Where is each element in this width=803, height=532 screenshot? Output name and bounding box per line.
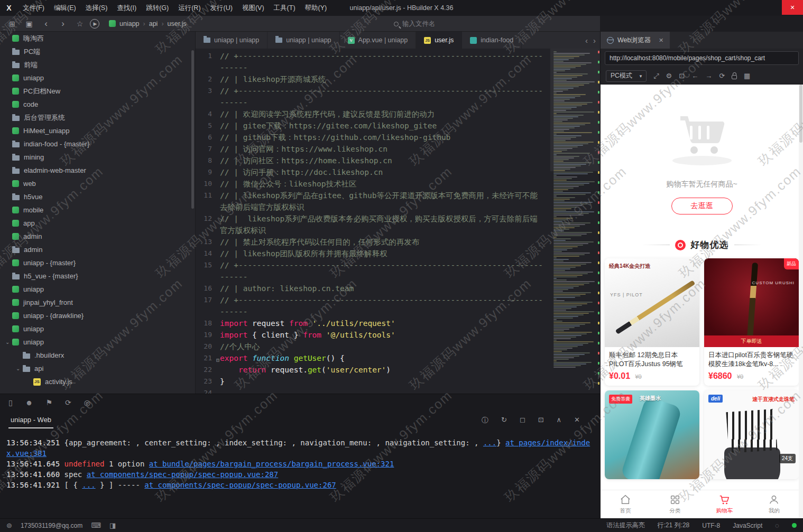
open-external-icon[interactable]: ⤢ (653, 72, 659, 80)
restart-icon[interactable]: ↻ (501, 416, 507, 425)
tree-item[interactable]: uniapp (0, 322, 195, 335)
collapse-icon[interactable]: ∧ (557, 416, 562, 425)
go-browse-button[interactable]: 去逛逛 (671, 198, 733, 214)
tree-item[interactable]: app (0, 217, 195, 230)
editor-tab[interactable]: uniapp | uniapp (196, 32, 267, 49)
console-source-link[interactable]: at bundle/pages/bargain_process/bargain_… (149, 460, 394, 468)
product-card[interactable]: deli 速干直液式走珠笔 24支 (704, 390, 799, 479)
console-source-link[interactable]: ... (82, 481, 95, 489)
tab-home[interactable]: 首页 (601, 490, 650, 518)
syntax-hint[interactable]: 语法提示高亮 (607, 521, 645, 530)
tree-item[interactable]: .hbuilderx (0, 349, 195, 362)
menu-item[interactable]: 编辑(E) (49, 0, 81, 16)
close-icon[interactable]: ✕ (574, 416, 580, 425)
tree-item[interactable]: JSactivity.js (0, 375, 195, 388)
console-source-link[interactable]: at components/spec-popup/spec-popup.vue:… (144, 481, 336, 489)
tab-scroll-right-icon[interactable]: › (593, 36, 596, 45)
close-icon[interactable]: ✕ (659, 37, 663, 44)
file-encoding[interactable]: UTF-8 (702, 522, 720, 529)
product-card[interactable]: 经典14K金尖打造 YFS | PILOT 顺丰包邮 12期免息日本PILOT百… (605, 258, 699, 386)
cursor-position[interactable]: 行:21 列:28 (658, 521, 690, 530)
minimap[interactable] (550, 49, 600, 394)
product-card[interactable]: 新品 CUSTOM URUSHI 下单即送 日本进口pilot百乐贵客钢笔硬模胶… (704, 258, 799, 386)
editor-tab[interactable]: V App.vue | uniapp (340, 32, 417, 49)
tree-item[interactable]: ⌄api (0, 362, 195, 375)
device-icon[interactable]: ▯ (8, 398, 13, 407)
keyboard-icon[interactable]: ⌨ (91, 521, 101, 529)
browser-scrollbar[interactable] (799, 85, 803, 518)
screenshot-icon[interactable]: ⊡ (679, 72, 685, 80)
breadcrumb-project[interactable]: uniapp (119, 20, 140, 27)
menu-item[interactable]: 发行(U) (206, 0, 237, 16)
menu-item[interactable]: 选择(S) (81, 0, 113, 16)
tab-cart[interactable]: 购物车 (700, 490, 750, 518)
tree-item[interactable]: PC归档New (0, 85, 195, 98)
sidebar-scrollbar[interactable] (191, 50, 194, 209)
code-editor[interactable]: 1// +-----------------------------------… (196, 49, 600, 394)
tree-item[interactable]: ⌄uniapp (0, 335, 195, 349)
tree-item[interactable]: jinpai_yhyl_front (0, 296, 195, 309)
tab-category[interactable]: 分类 (650, 490, 700, 518)
tab-mine[interactable]: 我的 (749, 490, 799, 518)
tree-item[interactable]: admin (0, 230, 195, 243)
run-icon[interactable]: ▶ (90, 19, 99, 29)
menu-item[interactable]: 查找(I) (112, 0, 141, 16)
editor-tab[interactable]: indian-food (462, 32, 522, 49)
tree-item[interactable]: h5vue (0, 190, 195, 203)
tree-item[interactable]: admin (0, 243, 195, 256)
editor-tab[interactable]: uniapp | uniapp (267, 32, 339, 49)
gear-icon[interactable]: ⚙ (666, 72, 672, 80)
refresh-icon[interactable]: ⟳ (65, 398, 71, 407)
tree-item[interactable]: uniapp (0, 283, 195, 296)
tree-item[interactable]: 后台管理系统 (0, 111, 195, 124)
breadcrumb-folder[interactable]: api (149, 20, 158, 27)
file-language[interactable]: JavaScript (733, 522, 762, 529)
menu-item[interactable]: 运行(R) (173, 0, 205, 16)
breadcrumb-file[interactable]: user.js (168, 20, 187, 27)
forward-icon[interactable]: → (705, 72, 712, 80)
url-input[interactable] (605, 51, 799, 65)
menu-item[interactable]: 工具(T) (269, 0, 300, 16)
lock-icon[interactable] (732, 75, 737, 79)
back-icon[interactable]: ← (691, 72, 698, 80)
tree-item[interactable]: 嗨淘西 (0, 32, 195, 45)
console-source-link[interactable]: at components/spec-popup/spec-popup.vue:… (87, 470, 278, 479)
tree-item[interactable]: HiMeet_uniapp (0, 124, 195, 137)
search-input[interactable] (402, 20, 466, 27)
tree-item[interactable]: h5_vue - {master} (0, 269, 195, 283)
forward-icon[interactable]: › (56, 18, 70, 29)
grid-icon[interactable]: ▦ (744, 72, 750, 80)
tree-item[interactable]: code (0, 98, 195, 111)
account-email[interactable]: 1735031199@qq.com (21, 522, 82, 529)
menu-item[interactable]: 跳转(G) (141, 0, 173, 16)
notification-icon[interactable]: ◌ (775, 521, 779, 529)
save-icon[interactable]: ▣ (22, 20, 36, 28)
menu-item[interactable]: 视图(V) (237, 0, 269, 16)
tree-item[interactable]: eladmin-web-master (0, 164, 195, 177)
stop-icon[interactable]: ◻ (520, 416, 525, 425)
tree-item[interactable]: uniapp - {drawkline} (0, 309, 195, 322)
menu-item[interactable]: 文件(F) (18, 0, 49, 16)
emulator-icon[interactable]: ☻ (25, 398, 33, 407)
tree-item[interactable]: mining (0, 151, 195, 164)
editor-tab-active[interactable]: JS user.js (416, 32, 462, 49)
tree-item[interactable]: mobile (0, 203, 195, 217)
back-icon[interactable]: ‹ (39, 18, 53, 29)
browser-tab[interactable]: Web浏览器 ✕ (601, 32, 670, 49)
window-close-button[interactable]: ✕ (782, 0, 803, 15)
product-card[interactable]: 免费墨囊 英雄墨水 (605, 390, 699, 479)
tree-item[interactable]: uniapp (0, 71, 195, 85)
bookmark-star-icon[interactable]: ☆ (73, 20, 87, 28)
info-icon[interactable]: ⓘ (482, 416, 488, 425)
tree-item[interactable]: indian-food - {master} (0, 137, 195, 151)
tree-item[interactable]: PC端 (0, 45, 195, 58)
tab-scroll-left-icon[interactable]: ‹ (585, 36, 588, 45)
device-mode-select[interactable]: PC模式 ▾ (606, 70, 647, 82)
layout-icon[interactable]: ◨ (109, 521, 116, 529)
new-file-icon[interactable]: ⊞ (5, 20, 19, 28)
tree-item[interactable]: uniapp - {master} (0, 256, 195, 269)
console-source-link[interactable]: ... (483, 438, 496, 447)
tree-item[interactable]: web (0, 177, 195, 190)
tree-item[interactable]: 前端 (0, 58, 195, 71)
refresh-icon[interactable]: ⟳ (719, 72, 725, 80)
